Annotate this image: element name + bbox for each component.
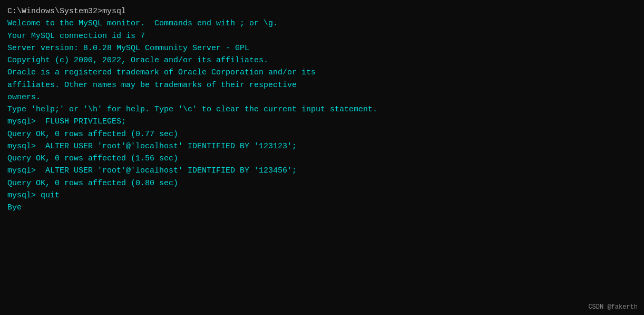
line-welcome: Welcome to the MySQL monitor. Commands e…	[7, 17, 637, 30]
line-path: C:\Windows\System32>mysql	[7, 5, 637, 17]
line-result1: Query OK, 0 rows affected (0.77 sec)	[7, 128, 637, 140]
line-result3: Query OK, 0 rows affected (0.80 sec)	[7, 177, 637, 189]
line-cmd2: mysql> ALTER USER 'root'@'localhost' IDE…	[7, 140, 637, 152]
line-copyright: Copyright (c) 2000, 2022, Oracle and/or …	[7, 54, 637, 66]
watermark: CSDN @fakerth	[588, 303, 638, 311]
line-cmd1: mysql> FLUSH PRIVILEGES;	[7, 116, 637, 128]
line-oracle2: affiliates. Other names may be trademark…	[7, 79, 637, 91]
line-version: Server version: 8.0.28 MySQL Community S…	[7, 42, 637, 54]
line-bye: Bye	[7, 202, 637, 214]
line-oracle1: Oracle is a registered trademark of Orac…	[7, 66, 637, 79]
terminal-window: C:\Windows\System32>mysqlWelcome to the …	[0, 0, 644, 315]
line-cmd3: mysql> ALTER USER 'root'@'localhost' IDE…	[7, 165, 637, 177]
line-quit: mysql> quit	[7, 189, 637, 202]
line-help: Type 'help;' or '\h' for help. Type '\c'…	[7, 103, 637, 116]
line-result2: Query OK, 0 rows affected (1.56 sec)	[7, 152, 637, 165]
line-connid: Your MySQL connection id is 7	[7, 30, 637, 42]
line-oracle3: owners.	[7, 91, 637, 103]
